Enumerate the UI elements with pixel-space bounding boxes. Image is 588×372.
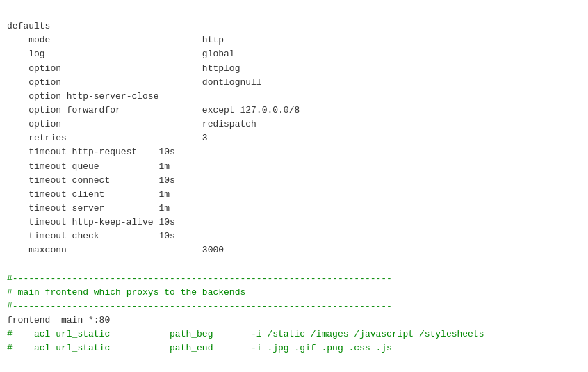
code-line — [7, 356, 581, 370]
code-line: option forwardfor except 127.0.0.0/8 — [7, 104, 581, 118]
code-line: timeout http-request 10s — [7, 145, 581, 159]
code-line — [7, 258, 581, 272]
code-line: timeout connect 10s — [7, 174, 581, 188]
code-line: # main frontend which proxys to the back… — [7, 286, 581, 300]
code-line: option redispatch — [7, 118, 581, 131]
code-line: option http-server-close — [7, 90, 581, 104]
code-line: maxconn 3000 — [7, 243, 581, 257]
code-line: # acl url_static path_beg -i /static /im… — [7, 327, 581, 341]
code-line: frontend main *:80 — [7, 314, 581, 327]
code-line: defaults — [7, 19, 581, 33]
code-line: timeout check 10s — [7, 229, 581, 243]
code-line: #---------------------------------------… — [7, 272, 581, 286]
code-line: mode http — [7, 33, 581, 47]
code-line: timeout http-keep-alive 10s — [7, 216, 581, 229]
code-line: #---------------------------------------… — [7, 300, 581, 314]
code-block: defaults mode http log global option htt… — [0, 0, 588, 372]
code-line: timeout client 1m — [7, 188, 581, 202]
code-line: option dontlognull — [7, 76, 581, 90]
code-line: timeout server 1m — [7, 202, 581, 216]
code-line: # acl url_static path_end -i .jpg .gif .… — [7, 341, 581, 355]
code-line: retries 3 — [7, 131, 581, 145]
code-line: log global — [7, 47, 581, 61]
code-line: option httplog — [7, 62, 581, 76]
code-line: # use_backend static if url_static — [7, 370, 581, 372]
code-line: timeout queue 1m — [7, 160, 581, 174]
